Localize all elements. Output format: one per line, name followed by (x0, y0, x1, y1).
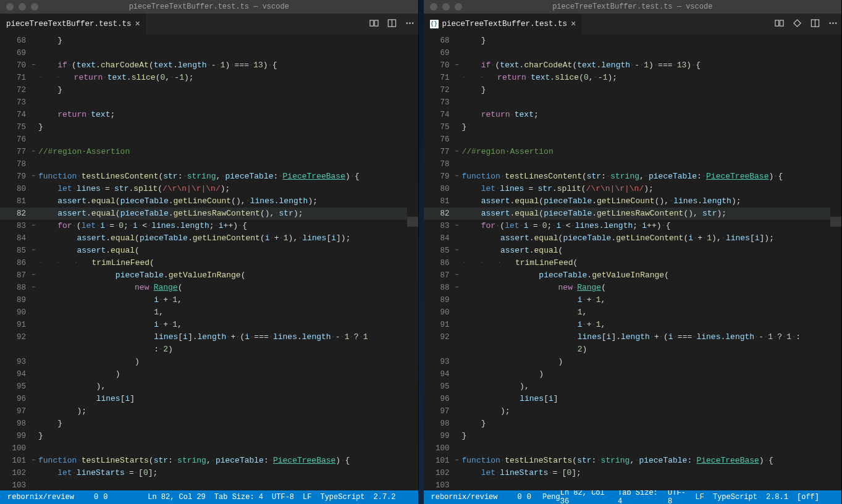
titlebar[interactable]: pieceTreeTextBuffer.test.ts — vscode (0, 0, 418, 14)
line-content[interactable]: let·lineStarts·=·[0]; (462, 467, 842, 479)
line-content[interactable]: function·testLinesContent(str:·string,·p… (462, 170, 842, 183)
status-indent[interactable]: Tab Size: 4 (214, 493, 263, 502)
line-content[interactable]: } (462, 84, 842, 96)
fold-icon[interactable] (452, 331, 462, 343)
code-line[interactable]: 72 } (424, 84, 842, 96)
code-line[interactable]: 85 − assert.equal( (424, 245, 842, 257)
fold-icon[interactable] (28, 356, 38, 368)
line-content[interactable]: if·(text.charCodeAt(text.length·-·1)·===… (462, 59, 842, 72)
code-editor[interactable]: 68 } 69 70 − if·(text.cha (424, 35, 842, 490)
fold-icon[interactable]: − (28, 220, 38, 232)
code-line[interactable]: 2) (424, 343, 842, 356)
editor-tab[interactable]: pieceTreeTextBuffer.test.ts × (0, 14, 147, 35)
code-line[interactable]: 99 } (424, 430, 842, 442)
code-line[interactable]: 70 − if·(text.charCodeAt(text.length·-·1… (424, 59, 842, 72)
fold-icon[interactable] (452, 356, 462, 368)
code-line[interactable]: 92 lines[i].length·+·(i·===·lines.length… (424, 331, 842, 343)
compare-icon[interactable] (369, 19, 379, 30)
code-line[interactable]: 89 i·+·1, (424, 294, 842, 306)
code-line[interactable]: 101 − function·testLineStarts(str:·strin… (0, 455, 418, 467)
editor-tab[interactable]: {} pieceTreeTextBuffer.test.ts × (424, 14, 583, 35)
fold-icon[interactable] (28, 442, 38, 455)
fold-icon[interactable] (28, 35, 38, 47)
fold-icon[interactable] (452, 195, 462, 208)
code-line[interactable]: 69 (0, 47, 418, 59)
line-content[interactable] (462, 442, 842, 455)
code-line[interactable]: 97 ); (0, 405, 418, 418)
fold-icon[interactable] (28, 109, 38, 121)
line-content[interactable]: assert.equal(pieceTable.getLinesRawConte… (38, 208, 418, 220)
fold-icon[interactable] (28, 393, 38, 405)
code-line[interactable]: 79 − function·testLinesContent(str:·stri… (424, 170, 842, 183)
status-problems[interactable]: 00 (515, 493, 531, 502)
fold-icon[interactable] (28, 47, 38, 59)
code-line[interactable]: 100 (0, 442, 418, 455)
line-content[interactable]: new·Range( (462, 282, 842, 294)
code-line[interactable]: 83 − for·(let·i·=·0;·i·<·lines.length;·i… (0, 220, 418, 232)
code-line[interactable]: 93 ) (0, 356, 418, 368)
code-line[interactable]: 81 assert.equal(pieceTable.getLineCount(… (0, 195, 418, 208)
line-content[interactable]: · · · trimLineFeed( (38, 257, 418, 269)
line-content[interactable]: i·+·1, (38, 319, 418, 331)
status-eol[interactable]: LF (303, 493, 311, 502)
fold-icon[interactable]: − (28, 59, 38, 72)
min-dot[interactable] (19, 3, 26, 10)
code-line[interactable]: 72 } (0, 84, 418, 96)
code-line[interactable]: 93 ) (424, 356, 842, 368)
code-line[interactable]: 78 (0, 158, 418, 170)
status-branch[interactable]: rebornix/review (5, 493, 74, 502)
line-content[interactable]: //#region·Assertion (462, 146, 842, 158)
max-dot[interactable] (455, 3, 462, 10)
close-icon[interactable]: × (135, 20, 140, 28)
line-content[interactable]: i·+·1, (462, 319, 842, 331)
titlebar[interactable]: pieceTreeTextBuffer.test.ts — vscode (424, 0, 842, 14)
fold-icon[interactable] (28, 158, 38, 170)
code-line[interactable]: 97 ); (424, 405, 842, 418)
code-line[interactable]: 103 (424, 479, 842, 490)
code-line[interactable]: 102 let·lineStarts·=·[0]; (0, 467, 418, 479)
line-content[interactable]: assert.equal( (38, 245, 418, 257)
fold-icon[interactable] (28, 467, 38, 479)
line-content[interactable] (38, 133, 418, 146)
fold-icon[interactable] (452, 35, 462, 47)
fold-icon[interactable] (28, 121, 38, 133)
code-line[interactable]: 71 · · return·text.slice(0,·-1); (424, 72, 842, 84)
line-content[interactable]: return·text; (38, 109, 418, 121)
fold-icon[interactable] (28, 133, 38, 146)
line-content[interactable]: lines[i].length·+·(i·===·lines.length·-·… (38, 331, 418, 343)
more-icon[interactable] (405, 19, 415, 30)
line-content[interactable]: i·+·1, (38, 294, 418, 306)
fold-icon[interactable] (28, 479, 38, 490)
close-dot[interactable] (6, 3, 14, 10)
fold-icon[interactable] (28, 232, 38, 245)
line-content[interactable] (462, 96, 842, 109)
fold-icon[interactable]: − (452, 170, 462, 183)
status-lang[interactable]: TypeScript (713, 493, 757, 502)
line-content[interactable]: ) (38, 368, 418, 380)
line-content[interactable]: · · return·text.slice(0,·-1); (38, 72, 418, 84)
fold-icon[interactable] (28, 368, 38, 380)
line-content[interactable]: ), (462, 380, 842, 393)
code-line[interactable]: 79 − function·testLinesContent(str:·stri… (0, 170, 418, 183)
code-line[interactable]: 82 assert.equal(pieceTable.getLinesRawCo… (424, 208, 842, 220)
code-line[interactable]: 103 (0, 479, 418, 490)
line-content[interactable]: assert.equal(pieceTable.getLineCount(),·… (38, 195, 418, 208)
line-content[interactable] (38, 47, 418, 59)
code-line[interactable]: 77 − //#region·Assertion (0, 146, 418, 158)
code-line[interactable]: 100 (424, 442, 842, 455)
code-line[interactable]: 78 (424, 158, 842, 170)
code-line[interactable]: 75 } (424, 121, 842, 133)
fold-icon[interactable] (28, 331, 38, 343)
traffic-lights[interactable] (430, 3, 462, 10)
fold-icon[interactable]: − (28, 170, 38, 183)
line-content[interactable] (38, 479, 418, 490)
min-dot[interactable] (442, 3, 450, 10)
fold-icon[interactable] (28, 96, 38, 109)
line-content[interactable]: for·(let·i·=·0;·i·<·lines.length;·i++)·{ (38, 220, 418, 232)
line-content[interactable]: 1, (462, 306, 842, 319)
fold-icon[interactable]: − (452, 59, 462, 72)
code-line[interactable]: 85 − assert.equal( (0, 245, 418, 257)
line-content[interactable]: 1, (38, 306, 418, 319)
code-line[interactable]: 94 ) (0, 368, 418, 380)
status-problems[interactable]: 00 (91, 493, 107, 502)
